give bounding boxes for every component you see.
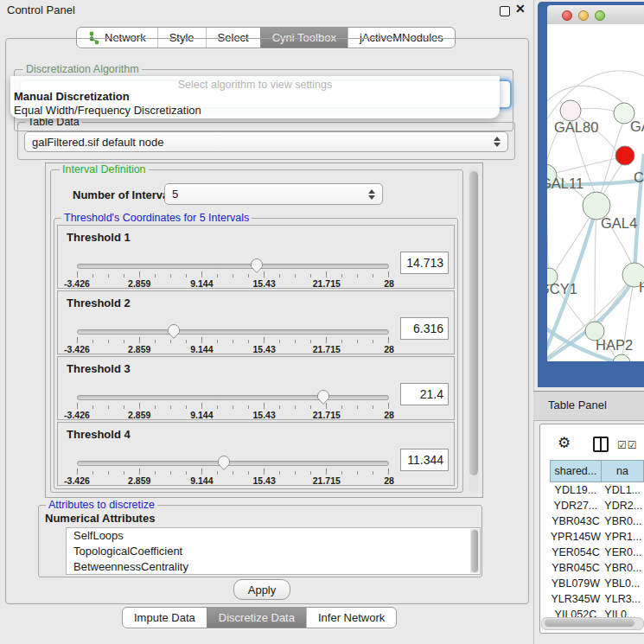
column-header-shared[interactable]: shared... (551, 461, 602, 482)
group-title: Attributes to discretize (46, 499, 157, 511)
number-of-intervals-label: Number of Intervals (73, 188, 178, 201)
list-scrollbar[interactable] (470, 529, 479, 573)
slider-track[interactable] (77, 264, 389, 269)
group-title: Interval Definition (60, 163, 149, 175)
combo-value: 5 (172, 188, 178, 201)
network-node[interactable] (613, 354, 630, 361)
slider-minor-ticks (77, 274, 389, 277)
table-panel-title: Table Panel (548, 399, 607, 411)
column-header-name[interactable]: na (601, 461, 643, 482)
threshold-value-field[interactable]: 11.344 (400, 449, 449, 471)
slider-tick-labels: -3.426 2.859 9.144 15.43 21.715 28 (77, 475, 389, 486)
threshold-label: Threshold 4 (67, 428, 131, 441)
split-columns-icon[interactable] (593, 437, 609, 452)
node-label: GA (630, 118, 644, 134)
list-item[interactable]: SelfLoops (67, 528, 480, 544)
group-title: Discretization Algorithm (23, 63, 142, 75)
list-item[interactable]: TopologicalCoefficient (67, 544, 480, 559)
slider-minor-ticks (77, 405, 389, 409)
table-row[interactable]: YBR043CYBR0... (551, 513, 644, 529)
panel-title: Control Panel (7, 3, 75, 16)
table-row[interactable]: YDL19...YDL1... (551, 482, 644, 499)
table-row[interactable]: YBL079WYBL0... (551, 576, 644, 591)
tab-discretize-data[interactable]: Discretize Data (207, 608, 306, 628)
slider-minor-ticks (77, 340, 389, 343)
slider-tick-labels: -3.426 2.859 9.144 15.43 21.715 28 (77, 410, 389, 420)
node-label: GCY1 (547, 281, 577, 296)
network-svg: GAL80GACGAL11GAL4GCY1HHAP2 (547, 24, 644, 361)
bottom-tab-bar: Impute Data Discretize Data Infer Networ… (122, 607, 397, 628)
threshold-value-field[interactable]: 21.4 (400, 383, 449, 405)
node-label: C (634, 169, 644, 185)
threshold-box: Threshold 1 -3.426 2.859 9.144 15.43 (57, 225, 455, 289)
table-row[interactable]: YDR27...YDR2... (551, 498, 644, 513)
combo-value: galFiltered.sif default node (32, 136, 163, 149)
threshold-label: Threshold 3 (67, 362, 131, 375)
threshold-slider[interactable]: -3.426 2.859 9.144 15.43 21.715 28 (77, 257, 389, 286)
number-of-intervals-combo[interactable]: 5 (164, 183, 383, 205)
float-window-button[interactable] (500, 6, 510, 16)
slider-track[interactable] (77, 395, 389, 400)
numerical-attributes-list[interactable]: SelfLoopsTopologicalCoefficientBetweenne… (66, 527, 481, 575)
threshold-label: Threshold 1 (67, 231, 131, 244)
threshold-box: Threshold 4 -3.426 2.859 9.144 15.43 (57, 422, 455, 486)
slider-thumb[interactable] (167, 323, 181, 340)
table-row[interactable]: YLR345WYLR3... (551, 591, 644, 607)
numerical-attributes-label: Numerical Attributes (45, 512, 155, 525)
threshold-label: Threshold 2 (67, 296, 131, 309)
slider-track[interactable] (77, 461, 389, 466)
node-label: GAL4 (601, 215, 637, 231)
gear-icon[interactable]: ⚙ (558, 434, 571, 452)
scrollbar-thumb[interactable] (545, 619, 634, 627)
column-checkbox-icons[interactable]: ☑☑ (617, 437, 638, 452)
popup-option-equal-width[interactable]: Equal Width/Frequency Discretization (14, 104, 201, 117)
network-node[interactable] (560, 100, 581, 121)
slider-tick-labels: -3.426 2.859 9.144 15.43 21.715 28 (77, 278, 389, 289)
network-node[interactable] (615, 146, 634, 165)
scrollbar-thumb[interactable] (469, 171, 478, 475)
slider-tick-labels: -3.426 2.859 9.144 15.43 21.715 28 (77, 344, 389, 354)
horizontal-scrollbar[interactable] (541, 617, 644, 630)
node-label: H (639, 279, 644, 295)
threshold-slider[interactable]: -3.426 2.859 9.144 15.43 21.715 28 (77, 322, 389, 352)
app-root: Control Panel ✕ Network Style Select Cyn… (0, 0, 644, 644)
node-label: GAL11 (547, 175, 583, 191)
node-attribute-table: shared... na YDL19...YDL1...YDR27...YDR2… (550, 460, 644, 622)
network-canvas[interactable]: GAL80GACGAL11GAL4GCY1HHAP2 (547, 24, 644, 361)
table-row[interactable]: YBR045CYBR0... (551, 560, 644, 576)
popup-option-manual[interactable]: Manual Discretization (14, 90, 130, 103)
threshold-value-field[interactable]: 6.316 (400, 317, 449, 340)
control-panel: Control Panel ✕ Network Style Select Cyn… (0, 0, 534, 644)
vertical-scrollbar[interactable] (469, 166, 479, 493)
table-row[interactable]: YER054CYER0... (551, 545, 644, 560)
node-table-body: YDL19...YDL1...YDR27...YDR2...YBR043CYBR… (551, 482, 644, 623)
threshold-box: Threshold 3 -3.426 2.859 9.144 15.43 (57, 356, 455, 420)
minimize-traffic-light-icon[interactable] (578, 10, 589, 21)
tab-impute-data[interactable]: Impute Data (123, 608, 207, 628)
node-label: GAL80 (554, 119, 598, 135)
group-title: Threshold's Coordinates for 5 Intervals (61, 212, 252, 224)
slider-minor-ticks (77, 471, 389, 475)
spinner-arrows-icon (494, 137, 501, 147)
slider-thumb[interactable] (217, 455, 231, 471)
scrollbar-thumb[interactable] (471, 530, 478, 572)
spinner-arrows-icon (368, 189, 375, 200)
list-item[interactable]: BetweennessCentrality (67, 559, 480, 575)
apply-button[interactable]: Apply (233, 579, 290, 600)
slider-thumb[interactable] (250, 258, 264, 274)
table-data-combo[interactable]: galFiltered.sif default node (24, 131, 508, 152)
slider-track[interactable] (77, 329, 389, 335)
threshold-box: Threshold 2 -3.426 2.859 9.144 15.43 (57, 290, 455, 354)
threshold-slider[interactable]: -3.426 2.859 9.144 15.43 21.715 28 (77, 388, 389, 418)
threshold-slider[interactable]: -3.426 2.859 9.144 15.43 21.715 28 (77, 454, 389, 483)
slider-thumb[interactable] (316, 389, 330, 405)
popup-hint: Select algorithm to view settings (10, 79, 500, 91)
threshold-value-field[interactable]: 14.713 (400, 252, 449, 274)
close-icon[interactable]: ✕ (515, 2, 526, 16)
algorithm-dropdown-popup: Select algorithm to view settings Manual… (10, 76, 500, 118)
close-traffic-light-icon[interactable] (562, 10, 572, 21)
table-row[interactable]: YPR145WYPR1... (551, 529, 644, 545)
node-label: HAP2 (596, 337, 633, 353)
tab-infer-network[interactable]: Infer Network (306, 608, 396, 628)
zoom-traffic-light-icon[interactable] (595, 10, 605, 21)
